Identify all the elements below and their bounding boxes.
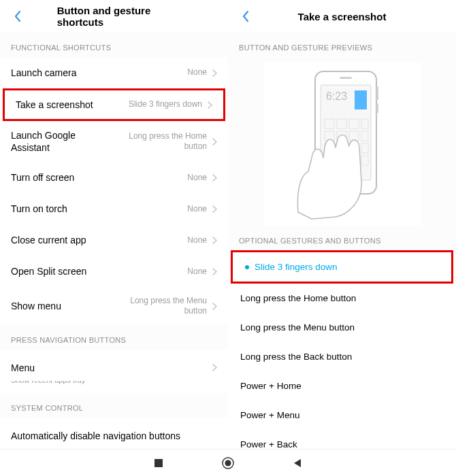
section-header-system: SYSTEM CONTROL	[0, 393, 228, 418]
row-google-assistant[interactable]: Launch Google Assistant Long press the H…	[0, 121, 228, 162]
row-label: Menu	[11, 362, 35, 374]
svg-rect-2	[376, 86, 378, 100]
triangle-left-icon	[293, 458, 302, 468]
content-scroll[interactable]: BUTTON AND GESTURE PREVIEWS 6:23	[228, 33, 456, 449]
chevron-right-icon	[212, 138, 217, 146]
svg-rect-23	[154, 459, 163, 467]
option-label: Long press the Menu button	[240, 322, 355, 333]
chevron-right-icon	[212, 174, 217, 182]
row-label: Launch camera	[11, 67, 77, 79]
row-auto-disable-nav[interactable]: Automatically disable navigation buttons…	[0, 418, 228, 449]
header: Take a screenshot	[228, 0, 456, 33]
settings-pane-shortcuts: Button and gesture shortcuts FUNCTIONAL …	[0, 0, 228, 449]
option-label: Power + Home	[240, 381, 302, 391]
row-value: None	[187, 173, 207, 184]
row-value: Slide 3 fingers down	[129, 99, 202, 110]
option-label: Power + Menu	[240, 410, 299, 420]
row-value: None	[187, 235, 207, 246]
svg-rect-6	[355, 90, 367, 109]
android-nav-bar	[0, 449, 456, 476]
option-label: Slide 3 fingers down	[255, 262, 338, 272]
row-label: Turn on torch	[11, 203, 67, 215]
row-value: Long press the Menu button	[112, 296, 207, 317]
option-label: Long press the Back button	[240, 352, 352, 362]
option-label: Long press the Home button	[240, 293, 356, 303]
svg-rect-4	[340, 77, 352, 79]
chevron-right-icon	[212, 237, 217, 244]
option-label: Power + Back	[240, 439, 297, 449]
nav-back-button[interactable]	[290, 456, 305, 471]
settings-pane-screenshot: Take a screenshot BUTTON AND GESTURE PRE…	[228, 0, 456, 449]
row-take-screenshot[interactable]: Take a screenshot Slide 3 fingers down	[3, 88, 225, 121]
row-value: Long press the Home button	[112, 131, 207, 152]
row-launch-camera[interactable]: Launch camera None	[0, 57, 228, 88]
option-long-press-back[interactable]: Long press the Back button	[228, 342, 456, 371]
circle-icon	[221, 456, 235, 470]
row-label: Turn off screen	[11, 171, 74, 184]
chevron-right-icon	[212, 364, 217, 371]
option-power-menu[interactable]: Power + Menu	[228, 401, 456, 430]
option-long-press-home[interactable]: Long press the Home button	[228, 284, 456, 313]
selected-bullet-icon	[245, 265, 249, 269]
preview-time-text: 6:23	[326, 90, 347, 102]
row-label: Close current app	[11, 234, 86, 246]
option-long-press-menu[interactable]: Long press the Menu button	[228, 313, 456, 342]
svg-rect-3	[376, 103, 378, 113]
chevron-right-icon	[212, 268, 217, 275]
row-label: Show menu	[11, 300, 61, 312]
row-show-menu[interactable]: Show menu Long press the Menu button	[0, 288, 228, 325]
header: Button and gesture shortcuts	[0, 0, 228, 33]
page-title: Take a screenshot	[298, 11, 387, 22]
chevron-right-icon	[212, 69, 217, 77]
row-turn-off-screen[interactable]: Turn off screen None	[0, 163, 228, 194]
option-slide-3-fingers[interactable]: Slide 3 fingers down	[231, 250, 453, 284]
gesture-preview: 6:23	[264, 63, 421, 226]
section-header-functional: FUNCTIONAL SHORTCUTS	[0, 33, 228, 57]
chevron-right-icon	[212, 303, 217, 310]
svg-point-25	[225, 460, 231, 466]
row-label: Launch Google Assistant	[11, 129, 106, 154]
option-power-home[interactable]: Power + Home	[228, 371, 456, 401]
chevron-right-icon	[208, 101, 212, 109]
chevron-left-icon	[242, 11, 249, 22]
row-value: None	[187, 267, 207, 277]
nav-recents-button[interactable]	[151, 456, 166, 471]
page-title: Button and gesture shortcuts	[57, 5, 172, 28]
nav-home-button[interactable]	[221, 456, 235, 471]
content-scroll[interactable]: FUNCTIONAL SHORTCUTS Launch camera None …	[0, 33, 228, 449]
row-label: Open Split screen	[11, 265, 86, 277]
option-power-back[interactable]: Power + Back	[228, 430, 456, 449]
row-label: Take a screenshot	[16, 99, 93, 111]
row-close-app[interactable]: Close current app None	[0, 225, 228, 256]
chevron-left-icon	[14, 11, 21, 22]
row-value: None	[187, 204, 207, 215]
row-turn-on-torch[interactable]: Turn on torch None	[0, 194, 228, 225]
row-menu[interactable]: Menu Show recent apps tray	[0, 350, 228, 393]
row-value: None	[187, 67, 207, 78]
row-split-screen[interactable]: Open Split screen None	[0, 256, 228, 288]
section-header-press-nav: PRESS NAVIGATION BUTTONS	[0, 325, 228, 350]
chevron-right-icon	[212, 205, 217, 213]
back-button[interactable]	[238, 8, 254, 24]
section-header-preview: BUTTON AND GESTURE PREVIEWS	[228, 33, 456, 57]
row-label: Automatically disable navigation buttons	[11, 430, 180, 442]
back-button[interactable]	[10, 8, 26, 24]
square-icon	[154, 458, 163, 468]
section-header-options: OPTIONAL GESTURES AND BUTTONS	[228, 226, 456, 250]
